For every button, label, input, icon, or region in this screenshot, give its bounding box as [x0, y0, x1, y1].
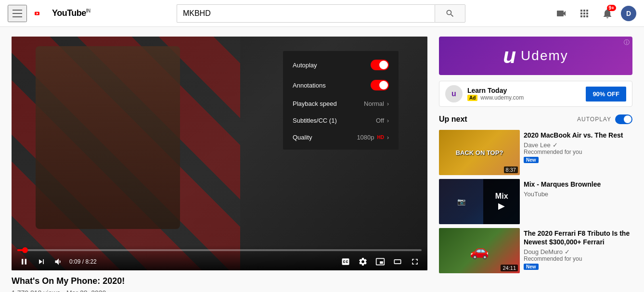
controls-row: 0:09 / 8:22 [17, 255, 422, 268]
notification-button[interactable]: 9+ [598, 4, 617, 23]
progress-dot [22, 247, 28, 253]
ad-cta-button[interactable]: 90% OFF [586, 87, 626, 102]
up-next-header: Up next AUTOPLAY [439, 114, 632, 124]
mix-label: Mix [495, 192, 508, 201]
ad-banner: ⓘ u Udemy [439, 37, 632, 75]
gear-icon [358, 257, 368, 267]
autoplay-toggle[interactable] [371, 60, 389, 70]
avatar[interactable]: D [621, 6, 636, 21]
video-card-1[interactable]: BACK ON TOP? 8:37 2020 MacBook Air vs. T… [439, 130, 632, 175]
ad-label-row: Ad www.udemy.com [467, 94, 586, 101]
main-layout: Autoplay Annotations Playback speed Norm… [0, 27, 644, 292]
annotations-toggle[interactable] [371, 80, 389, 90]
pause-icon [19, 257, 29, 267]
autoplay-sidebar-toggle[interactable] [615, 114, 632, 124]
apps-icon [579, 8, 590, 19]
card-info-1: 2020 MacBook Air vs. The Rest Dave Lee ✓… [524, 130, 632, 175]
miniplayer-button[interactable] [374, 255, 387, 268]
sidebar: ⓘ u Udemy u Learn Today Ad www.udemy.com… [439, 37, 632, 292]
progress-fill [17, 249, 26, 251]
apps-button[interactable] [575, 4, 594, 23]
chevron-right-icon-2: › [387, 117, 389, 124]
duration-3: 24:11 [501, 265, 518, 271]
subtitles-row[interactable]: Subtitles/CC (1) Off › [283, 112, 399, 129]
video-card-3[interactable]: 🚗 24:11 The 2020 Ferrari F8 Tributo Is t… [439, 228, 632, 273]
fullscreen-icon [410, 257, 420, 267]
autoplay-setting-row[interactable]: Autoplay [283, 55, 399, 75]
playback-speed-label: Playback speed [293, 100, 337, 107]
settings-overlay: Autoplay Annotations Playback speed Norm… [283, 51, 399, 150]
quality-label: Quality [293, 134, 312, 141]
next-icon [37, 257, 46, 267]
subtitles-value: Off › [376, 117, 389, 124]
cc-icon [341, 257, 350, 267]
card-title-3: The 2020 Ferrari F8 Tributo Is the Newes… [524, 229, 632, 246]
yt-country: IN [86, 8, 90, 13]
playback-speed-row[interactable]: Playback speed Normal › [283, 95, 399, 112]
quality-value: 1080p HD › [357, 134, 389, 141]
card-info-3: The 2020 Ferrari F8 Tributo Is the Newes… [524, 228, 632, 273]
card-info-2: Mix - Marques Brownlee YouTube [524, 179, 632, 224]
ad-logo: u Udemy [503, 44, 568, 68]
hd-badge: HD [377, 135, 384, 140]
controls-left: 0:09 / 8:22 [17, 255, 97, 268]
verified-icon-3: ✓ [565, 248, 570, 255]
thumb-container-3: 🚗 24:11 [439, 228, 520, 273]
next-button[interactable] [35, 255, 48, 268]
subtitles-label: Subtitles/CC (1) [293, 117, 337, 124]
video-meta: 1,770,818 views • Mar 28, 2020 [12, 289, 427, 292]
ad-info-row: u Learn Today Ad www.udemy.com 90% OFF [439, 81, 632, 107]
ad-close-icon[interactable]: ⓘ [624, 38, 630, 47]
ad-url: www.udemy.com [480, 94, 524, 101]
ad-text: Learn Today Ad www.udemy.com [467, 87, 586, 101]
autoplay-toggle-knob [379, 61, 388, 69]
thumb-container-1: BACK ON TOP? 8:37 [439, 130, 520, 175]
hamburger-menu[interactable] [8, 5, 27, 22]
progress-bar[interactable] [17, 249, 422, 251]
video-title: What's On My Phone: 2020! [12, 276, 427, 286]
autoplay-row: AUTOPLAY [577, 114, 632, 124]
autoplay-sidebar-knob [624, 115, 631, 123]
playback-speed-value: Normal › [364, 100, 389, 107]
time-display: 0:09 / 8:22 [69, 258, 97, 265]
create-button[interactable] [552, 4, 571, 23]
card-title-2: Mix - Marques Brownlee [524, 180, 632, 189]
cc-button[interactable] [339, 255, 352, 268]
person-in-video [36, 46, 180, 229]
volume-button[interactable] [52, 255, 65, 268]
miniplayer-icon [375, 257, 385, 267]
video-controls: 0:09 / 8:22 [12, 245, 427, 270]
ad-badge: Ad [467, 95, 477, 101]
autoplay-label: AUTOPLAY [577, 116, 611, 123]
annotations-label: Annotations [293, 82, 326, 89]
pause-button[interactable] [17, 255, 31, 268]
youtube-logo[interactable]: YouTubeIN [35, 8, 90, 19]
ad-title: Learn Today [467, 87, 586, 94]
notification-badge: 9+ [607, 5, 616, 11]
header-right: 9+ D [552, 4, 636, 23]
thumb-container-2: 📷 Mix ▶ [439, 179, 520, 224]
thumbnail-2: 📷 Mix ▶ [439, 179, 520, 224]
card-meta-3: Recommended for you [524, 255, 632, 262]
video-player[interactable]: Autoplay Annotations Playback speed Norm… [12, 37, 427, 270]
video-card-2[interactable]: 📷 Mix ▶ Mix - Marques Brownlee YouTube [439, 179, 632, 224]
card-channel-3: Doug DeMuro ✓ [524, 248, 632, 255]
video-section: Autoplay Annotations Playback speed Norm… [12, 37, 427, 292]
quality-row[interactable]: Quality 1080p HD › [283, 129, 399, 146]
new-badge-3: New [524, 264, 539, 270]
card-channel-1: Dave Lee ✓ [524, 141, 632, 149]
fullscreen-button[interactable] [408, 255, 422, 268]
autoplay-label: Autoplay [293, 62, 317, 69]
up-next-label: Up next [439, 115, 467, 124]
chevron-right-icon-3: › [387, 134, 389, 141]
ad-brand-icon: u [445, 85, 463, 102]
controls-right [339, 255, 422, 268]
search-input[interactable]: MKBHD [177, 4, 435, 23]
yt-icon-svg [35, 8, 50, 19]
annotations-setting-row[interactable]: Annotations [283, 75, 399, 95]
yt-wordmark-text: YouTube [52, 8, 86, 18]
settings-button[interactable] [356, 255, 370, 268]
search-button[interactable] [435, 4, 465, 23]
theater-button[interactable] [391, 255, 404, 268]
duration-1: 8:37 [504, 166, 518, 173]
